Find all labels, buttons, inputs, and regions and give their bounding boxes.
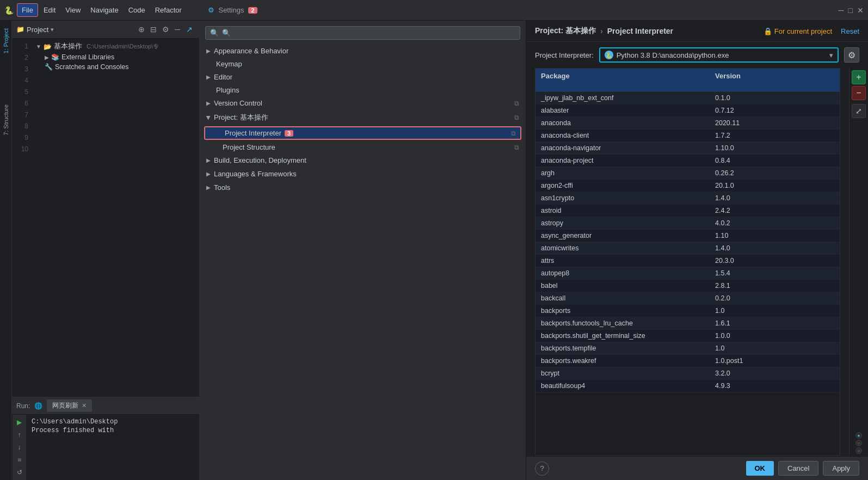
interpreter-settings-btn[interactable]: ⚙ <box>844 47 859 63</box>
table-row[interactable]: alabaster 0.7.12 <box>535 104 840 117</box>
reload-btn[interactable]: ↺ <box>14 467 25 478</box>
plugins-item[interactable]: Plugins <box>200 84 526 96</box>
interpreter-select-dropdown[interactable]: 🐍 Python 3.8 D:\anaconda\python.exe ▾ <box>599 47 839 63</box>
table-row[interactable]: anaconda 2020.11 <box>535 117 840 130</box>
table-row[interactable]: anaconda-navigator 1.10.0 <box>535 142 840 155</box>
td-version: 1.6.1 <box>710 317 840 329</box>
window-minimize[interactable]: ─ <box>839 6 844 15</box>
table-row[interactable]: async_generator 1.10 <box>535 230 840 242</box>
add-package-btn[interactable]: + <box>852 70 866 84</box>
table-row[interactable]: _ipyw_jlab_nb_ext_conf 0.1.0 <box>535 92 840 104</box>
editor-label: Editor <box>214 73 232 81</box>
close-panel-btn[interactable]: ─ <box>172 24 183 35</box>
line-10: 10 <box>21 144 28 155</box>
tab-structure-vertical[interactable]: 7: Structure <box>2 101 10 139</box>
content-header: Project: 基本操作 › Project Interpreter 🔒 Fo… <box>526 21 868 42</box>
menu-view[interactable]: View <box>61 4 85 16</box>
table-row[interactable]: astroid 2.4.2 <box>535 205 840 217</box>
table-row[interactable]: backports 1.0 <box>535 305 840 317</box>
scroll-circle-1[interactable]: ● <box>855 432 862 439</box>
editor-group[interactable]: ▶ Editor <box>200 70 526 84</box>
table-row[interactable]: argh 0.26.2 <box>535 167 840 180</box>
window-maximize[interactable]: □ <box>848 6 853 15</box>
line-4: 4 <box>24 75 28 86</box>
project-structure-item[interactable]: Project Structure ⧉ <box>200 141 526 153</box>
run-tab-close[interactable]: ✕ <box>82 402 87 409</box>
tab-project-vertical[interactable]: 1: Project <box>2 25 10 57</box>
table-row[interactable]: anaconda-client 1.7.2 <box>535 130 840 142</box>
td-version: 1.10.0 <box>710 142 840 154</box>
tools-arrow: ▶ <box>206 184 211 190</box>
for-current-project[interactable]: 🔒 For current project <box>764 27 832 35</box>
build-group[interactable]: ▶ Build, Execution, Deployment <box>200 153 526 167</box>
menu-navigate[interactable]: Navigate <box>86 4 122 16</box>
collapse-all-btn[interactable]: ⊟ <box>148 24 159 35</box>
line-5: 5 <box>24 87 28 97</box>
settings-icon-btn[interactable]: ⚙ <box>160 24 171 35</box>
td-package: backports.tempfile <box>535 342 710 354</box>
table-row[interactable]: backcall 0.2.0 <box>535 292 840 305</box>
project-dropdown-arrow[interactable]: ▾ <box>51 26 54 33</box>
table-row[interactable]: bcrypt 3.2.0 <box>535 367 840 380</box>
jump-to-source-btn[interactable]: ↗ <box>184 24 195 35</box>
table-row[interactable]: atomicwrites 1.4.0 <box>535 242 840 255</box>
table-row[interactable]: beautifulsoup4 4.9.3 <box>535 380 840 392</box>
table-row[interactable]: autopep8 1.5.4 <box>535 267 840 280</box>
app-icon: 🐍 <box>4 6 14 15</box>
table-row[interactable]: asn1crypto 1.4.0 <box>535 192 840 205</box>
menu-edit[interactable]: Edit <box>39 4 60 16</box>
add-content-root-btn[interactable]: ⊕ <box>136 24 147 35</box>
scroll-down-btn[interactable]: ↓ <box>14 442 25 452</box>
run-tab[interactable]: 网页刷新 ✕ <box>47 399 92 412</box>
main-container: 1: Project 7: Structure 📁 Project ▾ ⊕ ⊟ … <box>0 21 868 480</box>
window-close[interactable]: ✕ <box>857 6 864 15</box>
project-interpreter-wrap: Project Interpreter 3 ⧉ <box>200 125 526 141</box>
ok-button[interactable]: OK <box>746 461 774 476</box>
td-version: 2020.11 <box>710 117 840 129</box>
run-btn[interactable]: ▶ <box>14 417 25 427</box>
td-package: astroid <box>535 205 710 217</box>
table-row[interactable]: babel 2.8.1 <box>535 280 840 292</box>
languages-group[interactable]: ▶ Languages & Frameworks <box>200 167 526 181</box>
external-libraries-label: External Libraries <box>61 53 114 61</box>
build-label: Build, Execution, Deployment <box>214 156 306 164</box>
project-group-header[interactable]: ▶ Project: 基本操作 ⧉ <box>200 110 526 125</box>
scratches-item[interactable]: 🔧 Scratches and Consoles <box>40 62 199 72</box>
title-bar: 🐍 File Edit View Navigate Code Refactor … <box>0 0 868 21</box>
table-row[interactable]: attrs 20.3.0 <box>535 255 840 267</box>
menu-code[interactable]: Code <box>124 4 150 16</box>
search-box[interactable]: 🔍 <box>205 26 520 40</box>
tools-group[interactable]: ▶ Tools <box>200 181 526 194</box>
project-root-item[interactable]: ▼ 📂 基本操作 C:\Users\admin\Desktop\专 <box>32 41 199 52</box>
stop-btn[interactable]: ■ <box>14 455 25 465</box>
table-row[interactable]: backports.functools_lru_cache 1.6.1 <box>535 317 840 330</box>
table-row[interactable]: backports.weakref 1.0.post1 <box>535 355 840 367</box>
project-sidebar: 📁 Project ▾ ⊕ ⊟ ⚙ ─ ↗ 1 2 3 4 5 6 7 <box>12 21 200 480</box>
scroll-up-btn[interactable]: ↑ <box>14 429 25 440</box>
cancel-button[interactable]: Cancel <box>778 461 818 476</box>
table-row[interactable]: anaconda-project 0.8.4 <box>535 155 840 167</box>
td-package: argh <box>535 167 710 179</box>
scroll-circle-2[interactable]: ○ <box>855 440 862 446</box>
menu-refactor[interactable]: Refactor <box>151 4 186 16</box>
td-package: autopep8 <box>535 267 710 279</box>
table-row[interactable]: astropy 4.0.2 <box>535 217 840 230</box>
table-row[interactable]: argon2-cffi 20.1.0 <box>535 180 840 192</box>
scroll-circle-3[interactable]: ○ <box>855 447 862 454</box>
appearance-behavior-group[interactable]: ▶ Appearance & Behavior <box>200 44 526 58</box>
version-control-group[interactable]: ▶ Version Control ⧉ <box>200 96 526 110</box>
help-button[interactable]: ? <box>535 461 549 476</box>
project-interpreter-item[interactable]: Project Interpreter 3 ⧉ <box>204 126 521 140</box>
run-icon: 🌐 <box>34 402 42 410</box>
table-row[interactable]: backports.tempfile 1.0 <box>535 342 840 355</box>
keymap-item[interactable]: Keymap <box>200 58 526 70</box>
external-libraries-item[interactable]: ▶ 📚 External Libraries <box>40 52 199 62</box>
apply-button[interactable]: Apply <box>823 461 859 476</box>
settings-search-input[interactable] <box>222 29 515 37</box>
reset-button[interactable]: Reset <box>841 27 859 35</box>
td-version: 0.8.4 <box>710 155 840 167</box>
menu-file[interactable]: File <box>17 3 38 17</box>
remove-package-btn[interactable]: − <box>852 86 866 100</box>
expand-btn[interactable]: ⤢ <box>852 104 866 118</box>
table-row[interactable]: backports.shutil_get_terminal_size 1.0.0 <box>535 330 840 342</box>
